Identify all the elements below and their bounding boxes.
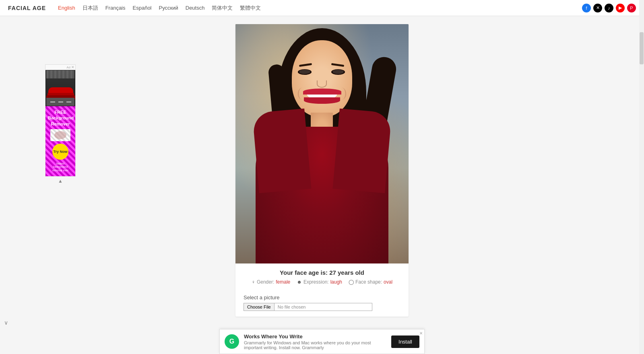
person-silhouette	[235, 24, 409, 263]
file-section: Select a picture Choose File No file cho…	[235, 294, 409, 317]
expression-value: laugh	[330, 279, 342, 285]
install-button[interactable]: Install	[391, 335, 419, 348]
x-twitter-icon[interactable]: ✕	[593, 4, 602, 12]
youtube-icon[interactable]: ▶	[616, 4, 625, 12]
grammarly-text: Works Where You Write Grammarly for Wind…	[244, 333, 386, 350]
expression-label: Expression:	[303, 279, 329, 285]
nav-chinese-traditional[interactable]: 繁體中文	[240, 4, 261, 12]
face-shape-attribute: ◯ Face shape: oval	[349, 279, 392, 285]
gender-attribute: ♀ Gender: female	[252, 279, 290, 285]
ad-bg-remover-section: FREE Background Remover Try Now fastest …	[45, 106, 75, 176]
nav-german[interactable]: Deutsch	[186, 5, 205, 11]
photo-info: Your face age is: 27 years old ♀ Gender:…	[235, 263, 409, 294]
gender-value: female	[276, 279, 290, 285]
right-side	[531, 24, 644, 317]
ad-close-x[interactable]: ✕	[71, 65, 74, 69]
ad-banner-close[interactable]: ✕	[419, 331, 423, 335]
scrollbar[interactable]	[639, 0, 644, 354]
ad-footer-text: fastest background removal ever	[48, 161, 73, 173]
face-attributes: ♀ Gender: female ☻ Expression: laugh ◯ F…	[244, 279, 400, 285]
center-content: Your face age is: 27 years old ♀ Gender:…	[113, 24, 531, 317]
scrollbar-thumb[interactable]	[640, 32, 644, 64]
ad-widget: Ad ✕	[45, 64, 76, 177]
file-name-display: No file chosen	[274, 303, 372, 311]
ad-label: Ad	[66, 66, 70, 69]
nav-japanese[interactable]: 日本語	[83, 4, 98, 12]
ad-bg-sample	[50, 129, 70, 141]
grammarly-description: Grammarly for Windows and Mac works wher…	[244, 340, 386, 350]
tiktok-icon[interactable]: ♪	[605, 4, 613, 12]
expression-icon: ☻	[297, 279, 302, 285]
gender-label: Gender:	[257, 279, 274, 285]
ad-top-bar: Ad ✕	[45, 65, 75, 70]
nav-russian[interactable]: Русский	[159, 5, 178, 11]
left-ad-sidebar: Ad ✕	[0, 24, 113, 317]
grammarly-icon: G	[225, 334, 239, 349]
bottom-ad-banner: G Works Where You Write Grammarly for Wi…	[219, 329, 425, 354]
nav-chinese-simplified[interactable]: 简体中文	[212, 4, 233, 12]
ad-try-now-button[interactable]: Try Now	[52, 144, 68, 160]
pinterest-icon[interactable]: P	[627, 4, 636, 12]
face-shape-label: Face shape:	[355, 279, 382, 285]
face-photo	[235, 24, 409, 263]
main-layout: Ad ✕	[0, 16, 644, 325]
file-select-label: Select a picture	[244, 294, 280, 300]
header: FACIAL AGE English 日本語 Français Español …	[0, 0, 644, 16]
facebook-icon[interactable]: f	[582, 4, 591, 12]
page-down-arrow[interactable]: ∨	[4, 319, 8, 326]
ad-car-section	[45, 70, 75, 106]
ad-bg-remover-title: FREE Background Remover	[48, 109, 73, 127]
social-icons: f ✕ ♪ ▶ P	[582, 4, 636, 12]
face-shape-value: oval	[384, 279, 392, 285]
nav-spanish[interactable]: Español	[133, 5, 152, 11]
expression-attribute: ☻ Expression: laugh	[297, 279, 342, 285]
grammarly-title: Works Where You Write	[244, 333, 386, 340]
site-logo: FACIAL AGE	[8, 5, 46, 11]
nav-english[interactable]: English	[58, 5, 75, 11]
face-age-result: Your face age is: 27 years old	[244, 269, 400, 276]
face-shape-icon: ◯	[349, 279, 354, 285]
ad-scroll-up-arrow[interactable]: ▲	[58, 178, 63, 184]
nav-links: English 日本語 Français Español Русский Deu…	[58, 4, 261, 12]
nav-french[interactable]: Français	[105, 5, 126, 11]
gender-icon: ♀	[252, 279, 255, 285]
choose-file-button[interactable]: Choose File	[244, 303, 274, 311]
photo-card: Your face age is: 27 years old ♀ Gender:…	[235, 24, 409, 317]
file-input-row: Choose File No file chosen	[244, 303, 372, 311]
